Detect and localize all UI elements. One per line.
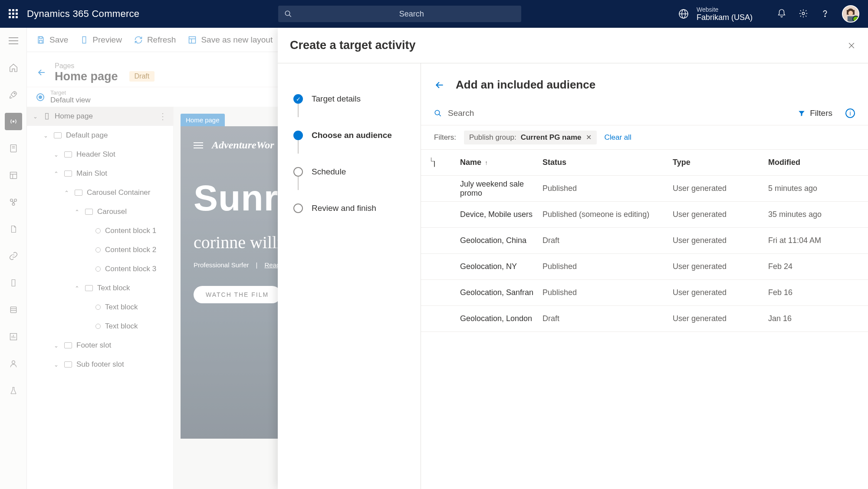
tree-node[interactable]: Content block 2 xyxy=(27,240,173,259)
back-arrow-icon[interactable] xyxy=(36,67,47,78)
row-type: User generated xyxy=(673,314,768,323)
audience-back-icon[interactable] xyxy=(434,79,445,91)
row-status: Published xyxy=(542,262,673,271)
wizard-step[interactable]: Choose an audience xyxy=(293,117,412,154)
sort-asc-icon: ↑ xyxy=(485,159,488,166)
clear-all-link[interactable]: Clear all xyxy=(605,133,631,142)
preview-button[interactable]: Preview xyxy=(80,35,122,45)
wizard-stepper: ✓Target detailsChoose an audienceSchedul… xyxy=(278,63,421,489)
svg-rect-27 xyxy=(39,40,43,43)
refresh-button[interactable]: Refresh xyxy=(134,35,176,45)
nav-file-icon[interactable] xyxy=(5,274,22,292)
audience-search[interactable]: Search xyxy=(434,108,474,118)
filters-button[interactable]: Filters xyxy=(798,108,832,118)
nav-person-icon[interactable] xyxy=(5,355,22,372)
preview-icon xyxy=(80,35,88,45)
chip-remove-icon[interactable]: ✕ xyxy=(586,133,592,141)
avatar[interactable] xyxy=(842,5,859,23)
table-row[interactable]: July weekend sale promoPublishedUser gen… xyxy=(421,176,868,202)
circle-icon xyxy=(95,305,101,310)
tree-node[interactable]: Text block xyxy=(27,298,173,317)
chevron-down-icon[interactable]: ⌄ xyxy=(54,361,60,368)
top-bar: Dynamics 365 Commerce Search Website Fab… xyxy=(0,0,868,28)
chevron-up-icon[interactable]: ⌃ xyxy=(75,209,81,215)
table-row[interactable]: Geolocation, ChinaDraftUser generatedFri… xyxy=(421,228,868,254)
col-name[interactable]: Name↑ xyxy=(460,158,542,167)
tree-node[interactable]: ⌄Sub footer slot xyxy=(27,355,173,374)
chevron-down-icon[interactable]: ⌄ xyxy=(54,151,60,158)
nav-page-icon[interactable] xyxy=(5,140,22,157)
table-row[interactable]: Geolocation, NYPublishedUser generatedFe… xyxy=(421,254,868,280)
tree-node[interactable]: ⌃Text block xyxy=(27,279,173,298)
tree-node[interactable]: ⌄Footer slot xyxy=(27,336,173,355)
nav-modules-icon[interactable] xyxy=(5,194,22,211)
tree-node-label: Carousel Container xyxy=(87,188,150,197)
row-name: Geolocation, NY xyxy=(460,262,542,271)
bell-icon[interactable] xyxy=(777,9,787,19)
circle-icon xyxy=(95,247,101,253)
breadcrumb[interactable]: Pages xyxy=(55,62,155,70)
table-row[interactable]: Device, Mobile usersPublished (someone i… xyxy=(421,202,868,228)
tree-node[interactable]: ⌄Header Slot xyxy=(27,145,173,164)
filter-chip[interactable]: Publish group: Current PG name ✕ xyxy=(464,131,597,144)
close-icon[interactable] xyxy=(847,41,856,50)
svg-point-12 xyxy=(14,93,15,94)
nav-layout-icon[interactable] xyxy=(5,167,22,184)
wizard-step[interactable]: Schedule xyxy=(293,154,412,190)
nav-flask-icon[interactable] xyxy=(5,382,22,399)
svg-point-20 xyxy=(12,203,15,206)
chevron-up-icon[interactable]: ⌃ xyxy=(54,171,60,177)
wizard-step[interactable]: ✓Target details xyxy=(293,81,412,117)
target-indicator-icon xyxy=(36,93,44,101)
tree-root[interactable]: ⌄ Home page ⋮ xyxy=(27,107,173,126)
tree-node[interactable]: ⌃Carousel Container xyxy=(27,183,173,202)
tree-node[interactable]: ⌃Main Slot xyxy=(27,164,173,183)
info-icon[interactable]: i xyxy=(845,108,855,118)
tree-node-label: Text block xyxy=(97,284,130,292)
tree-node-label: Footer slot xyxy=(76,341,111,350)
tree-node[interactable]: Text block xyxy=(27,317,173,336)
nav-home-icon[interactable] xyxy=(5,59,22,76)
help-icon[interactable] xyxy=(820,9,831,19)
wizard-step[interactable]: Review and finish xyxy=(293,190,412,226)
website-picker[interactable]: Website Fabrikam (USA) xyxy=(678,6,753,22)
nav-target-icon[interactable] xyxy=(5,113,22,130)
save-button[interactable]: Save xyxy=(36,35,68,45)
nav-hamburger[interactable] xyxy=(5,32,22,49)
save-as-layout-button[interactable]: Save as new layout xyxy=(188,35,273,45)
chevron-down-icon[interactable]: ⌄ xyxy=(33,113,39,120)
chevron-down-icon[interactable]: ⌄ xyxy=(43,132,49,139)
target-bar[interactable]: Target Default view xyxy=(27,87,287,107)
tree-node-label: Header Slot xyxy=(76,150,115,159)
table-row[interactable]: Geolocation, LondonDraftUser generatedJa… xyxy=(421,306,868,332)
table-row[interactable]: Geolocation, SanfranPublishedUser genera… xyxy=(421,280,868,306)
global-search[interactable]: Search xyxy=(278,6,521,22)
audience-toolbar: Search Filters i xyxy=(421,101,868,125)
canvas-tab[interactable]: Home page xyxy=(181,114,225,126)
tree-node[interactable]: ⌄Default page xyxy=(27,126,173,145)
nav-document-icon[interactable] xyxy=(5,220,22,238)
col-status[interactable]: Status xyxy=(542,158,673,167)
tree-node[interactable]: ⌃Carousel xyxy=(27,202,173,221)
hero-menu-icon xyxy=(194,141,203,150)
nav-link-icon[interactable] xyxy=(5,247,22,265)
svg-rect-28 xyxy=(189,36,196,43)
tree-node[interactable]: Content block 1 xyxy=(27,221,173,240)
audience-pane: Add an included audience Search Filters … xyxy=(421,63,868,489)
website-label: Website xyxy=(697,6,753,13)
chevron-down-icon[interactable]: ⌄ xyxy=(54,342,60,349)
nav-book-icon[interactable] xyxy=(5,301,22,318)
nav-chart-icon[interactable] xyxy=(5,328,22,345)
gear-icon[interactable] xyxy=(799,9,809,19)
col-type[interactable]: Type xyxy=(673,158,768,167)
col-modified[interactable]: Modified xyxy=(768,158,855,167)
tree-node[interactable]: Content block 3 xyxy=(27,259,173,279)
nav-rocket-icon[interactable] xyxy=(5,86,22,103)
app-launcher-icon[interactable] xyxy=(8,8,19,20)
audience-header: Add an included audience xyxy=(421,63,868,101)
svg-point-0 xyxy=(286,11,290,16)
create-target-panel: Create a target activity ✓Target details… xyxy=(278,28,868,489)
chevron-up-icon[interactable]: ⌃ xyxy=(64,190,70,196)
chevron-up-icon[interactable]: ⌃ xyxy=(75,285,81,292)
refresh-label: Refresh xyxy=(147,35,176,45)
